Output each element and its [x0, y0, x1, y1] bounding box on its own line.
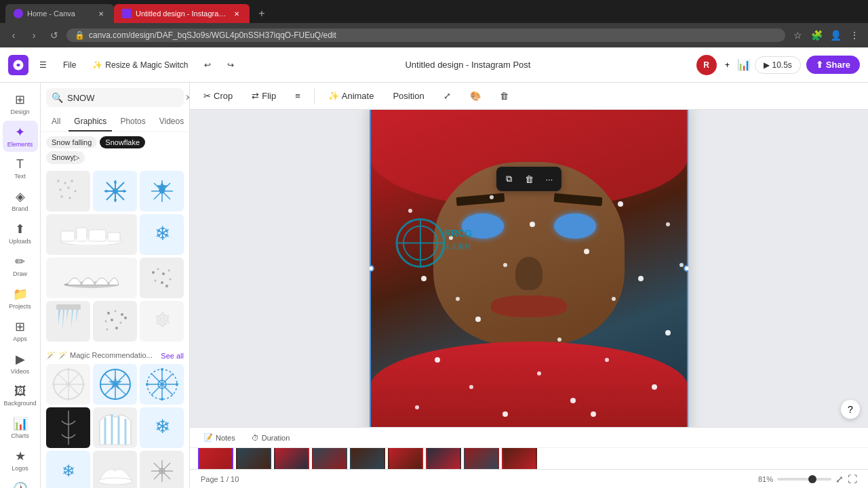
thumbnail-4[interactable]	[312, 448, 347, 469]
magic-graphic-2[interactable]	[93, 364, 137, 405]
canvas-area[interactable]: ↻ ↻ ⧉ 🗑 ··· ?	[190, 110, 868, 427]
thumbnail-5[interactable]	[350, 448, 385, 469]
sidebar-item-videos[interactable]: ▶ Videos	[3, 348, 38, 379]
thumbnail-6[interactable]	[388, 448, 423, 469]
search-input[interactable]	[67, 93, 181, 103]
crop-button[interactable]: ✂ Crop	[198, 88, 238, 104]
project-name[interactable]: Untitled design - Instagram Post	[405, 60, 530, 70]
add-collaborator-button[interactable]: +	[722, 60, 733, 70]
sidebar-item-logos[interactable]: ★ Logos	[3, 445, 38, 476]
tab-videos[interactable]: Videos	[154, 113, 189, 131]
analytics-button[interactable]: 📊	[738, 60, 749, 70]
graphic-item-wide-2[interactable]	[46, 258, 137, 298]
tab-graphics[interactable]: Graphics	[68, 113, 112, 131]
zoom-thumb[interactable]	[808, 475, 816, 483]
graphic-item-6[interactable]	[46, 301, 90, 342]
canva-logo[interactable]	[8, 55, 28, 75]
tab-close-home[interactable]: ✕	[96, 9, 106, 18]
magic-graphic-1[interactable]	[46, 364, 90, 405]
animate-button[interactable]: ✨ Animate	[323, 88, 380, 104]
resize-button[interactable]: ⤢	[438, 88, 456, 104]
fullscreen-button[interactable]: ⛶	[848, 474, 857, 485]
resize-magic-switch[interactable]: ✨ Resize & Magic Switch	[87, 57, 193, 73]
thumbnail-1[interactable]	[198, 448, 233, 469]
graphic-item-7[interactable]	[93, 301, 137, 342]
user-avatar[interactable]: R	[696, 55, 717, 75]
graphic-item-wide-1[interactable]	[46, 214, 137, 255]
tag-snow-falling[interactable]: Snow falling	[46, 136, 97, 148]
sidebar-item-apps[interactable]: ⊞ Apps	[3, 315, 38, 346]
sidebar-item-background[interactable]: 🖼 Background	[3, 380, 38, 411]
new-tab-button[interactable]: +	[252, 4, 271, 23]
tab-design[interactable]: Untitled design - Instagram Po... ✕	[114, 4, 250, 23]
popup-copy-button[interactable]: ⧉	[499, 169, 518, 188]
duration-button[interactable]: ⏱ Duration	[246, 432, 296, 444]
forward-button[interactable]: ›	[26, 27, 42, 43]
handle-ml[interactable]	[370, 265, 374, 272]
graphic-snow-mound[interactable]	[93, 451, 137, 488]
graphic-snowflake-blue[interactable]: ❄	[46, 451, 90, 488]
graphic-snowflake-outline[interactable]	[140, 451, 184, 488]
thumbnail-2[interactable]	[236, 448, 271, 469]
help-button[interactable]: ?	[841, 400, 860, 419]
sidebar-item-charts[interactable]: 📊 Charts	[3, 412, 38, 443]
search-clear-button[interactable]: ✕	[185, 93, 190, 102]
tag-snowy[interactable]: Snowy▷	[46, 151, 85, 164]
share-button[interactable]: ⬆ Share	[806, 56, 860, 74]
magic-graphic-4[interactable]	[46, 407, 90, 448]
notes-button[interactable]: 📝 Notes	[198, 431, 241, 444]
graphic-item-4[interactable]: ❄	[140, 214, 184, 255]
graphic-item-2[interactable]	[93, 171, 137, 211]
zoom-slider[interactable]	[777, 478, 831, 481]
sidebar-item-design[interactable]: ⊞ Design	[3, 88, 38, 119]
svg-rect-25	[61, 231, 75, 241]
tab-close-design[interactable]: ✕	[232, 9, 241, 18]
sidebar-item-brand[interactable]: ◈ Brand	[3, 185, 38, 216]
sidebar-item-history[interactable]: 🕐 History	[3, 477, 38, 488]
delete-element-button[interactable]: 🗑	[494, 88, 514, 104]
magic-graphic-6[interactable]: ❄	[140, 407, 184, 448]
tab-photos[interactable]: Photos	[115, 113, 151, 131]
menu-button[interactable]: ⋮	[846, 27, 863, 43]
sidebar-item-elements[interactable]: ✦ Elements	[3, 121, 38, 152]
undo-button[interactable]: ↩	[199, 57, 216, 73]
svg-point-60	[82, 383, 85, 386]
sidebar-item-draw[interactable]: ✏ Draw	[3, 250, 38, 281]
graphic-item-3[interactable]	[140, 171, 184, 211]
graphic-item-1[interactable]	[46, 171, 90, 211]
thumbnail-3[interactable]	[274, 448, 309, 469]
color-adjust-button[interactable]: 🎨	[465, 88, 486, 104]
see-all-button[interactable]: See all	[161, 352, 184, 360]
magic-graphic-3[interactable]	[140, 364, 184, 405]
reload-button[interactable]: ↺	[46, 27, 62, 43]
magic-graphic-5[interactable]	[93, 407, 137, 448]
handle-mr[interactable]	[684, 265, 688, 272]
tab-all[interactable]: All	[46, 113, 66, 131]
fit-button[interactable]: ⤢	[835, 474, 844, 485]
profile-button[interactable]: 👤	[827, 27, 844, 43]
popup-more-button[interactable]: ···	[540, 169, 559, 188]
thumbnail-7[interactable]	[426, 448, 461, 469]
thumbnail-8[interactable]	[464, 448, 499, 469]
position-button[interactable]: Position	[387, 88, 429, 104]
graphic-item-8[interactable]: ❄	[140, 301, 184, 342]
play-button[interactable]: ▶ 10.5s	[755, 56, 801, 74]
sidebar-item-uploads[interactable]: ⬆ Uploads	[3, 218, 38, 249]
thumbnail-9[interactable]	[502, 448, 537, 469]
extensions-button[interactable]: 🧩	[808, 27, 825, 43]
tag-snowflake[interactable]: Snowflake	[100, 136, 145, 148]
graphic-item-5[interactable]	[140, 258, 184, 298]
hamburger-menu[interactable]: ☰	[34, 57, 52, 73]
star-button[interactable]: ☆	[789, 27, 806, 43]
align-button[interactable]: ≡	[290, 88, 306, 104]
file-menu[interactable]: File	[58, 57, 81, 73]
sidebar-item-projects[interactable]: 📁 Projects	[3, 283, 38, 314]
back-button[interactable]: ‹	[5, 27, 22, 43]
url-field[interactable]: 🔒 canva.com/design/DAF_bqSJo9s/WGL4p0nSS…	[66, 28, 785, 42]
popup-delete-button[interactable]: 🗑	[519, 169, 538, 188]
sidebar-item-text[interactable]: T Text	[3, 153, 38, 184]
tab-home[interactable]: Home - Canva ✕	[5, 4, 114, 23]
svg-point-34	[162, 272, 165, 275]
flip-button[interactable]: ⇄ Flip	[246, 88, 281, 104]
redo-button[interactable]: ↪	[222, 57, 239, 73]
